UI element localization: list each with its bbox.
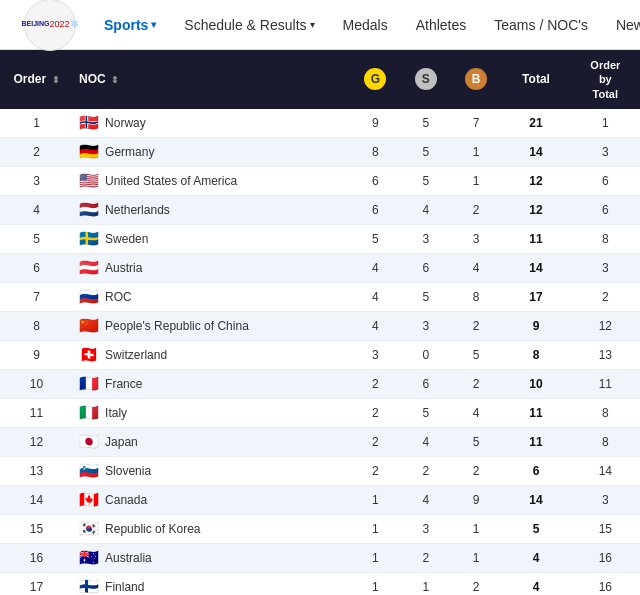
cell-noc: 🇨🇭 Switzerland: [73, 340, 350, 369]
cell-order-by-total: 1: [571, 109, 640, 138]
cell-silver: 1: [401, 572, 451, 595]
noc-name: Australia: [105, 551, 152, 565]
table-row: 6 🇦🇹 Austria 4 6 4 14 3: [0, 253, 640, 282]
flag-netherlands: 🇳🇱: [79, 202, 99, 218]
cell-total: 17: [501, 282, 570, 311]
cell-total: 12: [501, 195, 570, 224]
flag-italy: 🇮🇹: [79, 405, 99, 421]
header-total[interactable]: Total: [501, 50, 570, 109]
flag-united-states-of-america: 🇺🇸: [79, 173, 99, 189]
table-body: 1 🇳🇴 Norway 9 5 7 21 1 2 🇩🇪 Germany 8 5 …: [0, 109, 640, 595]
nav-schedule-label: Schedule & Results: [184, 17, 306, 33]
noc-name: Slovenia: [105, 464, 151, 478]
cell-bronze: 2: [451, 311, 501, 340]
cell-order: 5: [0, 224, 73, 253]
cell-total: 11: [501, 398, 570, 427]
cell-order-by-total: 3: [571, 485, 640, 514]
cell-gold: 4: [350, 253, 400, 282]
cell-order-by-total: 3: [571, 253, 640, 282]
noc-name: Sweden: [105, 232, 148, 246]
cell-gold: 9: [350, 109, 400, 138]
cell-order: 13: [0, 456, 73, 485]
cell-total: 11: [501, 224, 570, 253]
flag-roc: 🇷🇺: [79, 289, 99, 305]
cell-silver: 4: [401, 195, 451, 224]
cell-bronze: 8: [451, 282, 501, 311]
cell-gold: 6: [350, 195, 400, 224]
nav-bar: BEIJING 2022 ❄️ Sports ▾ Schedule & Resu…: [0, 0, 640, 50]
silver-circle-header: S: [415, 68, 437, 90]
nav-teams-label: Teams / NOC's: [494, 17, 588, 33]
nav-medals[interactable]: Medals: [329, 0, 402, 50]
cell-noc: 🇩🇪 Germany: [73, 137, 350, 166]
cell-order-by-total: 6: [571, 195, 640, 224]
cell-bronze: 1: [451, 514, 501, 543]
noc-name: Germany: [105, 145, 154, 159]
cell-order: 2: [0, 137, 73, 166]
flag-canada: 🇨🇦: [79, 492, 99, 508]
cell-gold: 1: [350, 572, 400, 595]
logo[interactable]: BEIJING 2022 ❄️: [10, 0, 90, 51]
cell-total: 4: [501, 572, 570, 595]
header-bronze[interactable]: B: [451, 50, 501, 109]
cell-silver: 5: [401, 109, 451, 138]
table-row: 4 🇳🇱 Netherlands 6 4 2 12 6: [0, 195, 640, 224]
cell-bronze: 2: [451, 195, 501, 224]
cell-noc: 🇦🇺 Australia: [73, 543, 350, 572]
nav-athletes[interactable]: Athletes: [402, 0, 481, 50]
cell-silver: 6: [401, 253, 451, 282]
cell-order: 4: [0, 195, 73, 224]
cell-silver: 6: [401, 369, 451, 398]
nav-sports[interactable]: Sports ▾: [90, 0, 170, 50]
nav-schedule[interactable]: Schedule & Results ▾: [170, 0, 328, 50]
cell-gold: 2: [350, 427, 400, 456]
cell-order: 8: [0, 311, 73, 340]
cell-order: 17: [0, 572, 73, 595]
cell-order: 9: [0, 340, 73, 369]
cell-gold: 1: [350, 514, 400, 543]
nav-teams[interactable]: Teams / NOC's: [480, 0, 602, 50]
cell-gold: 5: [350, 224, 400, 253]
cell-order: 6: [0, 253, 73, 282]
flag-sweden: 🇸🇪: [79, 231, 99, 247]
cell-gold: 4: [350, 311, 400, 340]
cell-silver: 5: [401, 398, 451, 427]
cell-order: 3: [0, 166, 73, 195]
table-row: 12 🇯🇵 Japan 2 4 5 11 8: [0, 427, 640, 456]
cell-order-by-total: 11: [571, 369, 640, 398]
cell-silver: 5: [401, 282, 451, 311]
medals-table-container: Order ⇕ NOC ⇕ G S B: [0, 50, 640, 595]
bronze-circle-header: B: [465, 68, 487, 90]
cell-order: 10: [0, 369, 73, 398]
header-noc[interactable]: NOC ⇕: [73, 50, 350, 109]
cell-order-by-total: 16: [571, 543, 640, 572]
cell-total: 14: [501, 253, 570, 282]
table-row: 8 🇨🇳 People's Republic of China 4 3 2 9 …: [0, 311, 640, 340]
cell-order-by-total: 8: [571, 398, 640, 427]
header-order-by-total[interactable]: OrderbyTotal: [571, 50, 640, 109]
cell-bronze: 1: [451, 137, 501, 166]
cell-order-by-total: 13: [571, 340, 640, 369]
cell-order: 11: [0, 398, 73, 427]
cell-gold: 2: [350, 456, 400, 485]
cell-noc: 🇫🇮 Finland: [73, 572, 350, 595]
noc-name: Switzerland: [105, 348, 167, 362]
noc-name: Japan: [105, 435, 138, 449]
cell-order: 1: [0, 109, 73, 138]
header-silver[interactable]: S: [401, 50, 451, 109]
table-row: 2 🇩🇪 Germany 8 5 1 14 3: [0, 137, 640, 166]
cell-silver: 3: [401, 514, 451, 543]
gold-circle-header: G: [364, 68, 386, 90]
cell-bronze: 9: [451, 485, 501, 514]
cell-order-by-total: 6: [571, 166, 640, 195]
header-order[interactable]: Order ⇕: [0, 50, 73, 109]
cell-total: 5: [501, 514, 570, 543]
flag-slovenia: 🇸🇮: [79, 463, 99, 479]
nav-news[interactable]: News: [602, 0, 640, 50]
header-gold[interactable]: G: [350, 50, 400, 109]
cell-total: 10: [501, 369, 570, 398]
flag-people's-republic-of-china: 🇨🇳: [79, 318, 99, 334]
table-row: 13 🇸🇮 Slovenia 2 2 2 6 14: [0, 456, 640, 485]
cell-total: 9: [501, 311, 570, 340]
cell-total: 21: [501, 109, 570, 138]
